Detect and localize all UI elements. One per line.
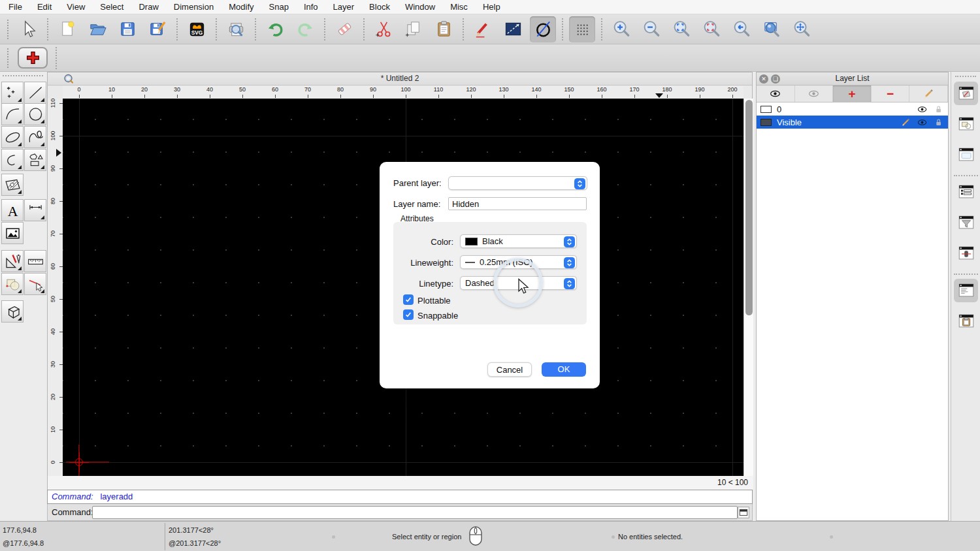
dock-block-list-button[interactable] [954, 112, 978, 136]
layer-name-field[interactable] [448, 197, 587, 210]
svg-export-button[interactable]: SVG [184, 16, 210, 42]
scrollbar-thumb[interactable] [745, 100, 753, 315]
tool-polygon-button[interactable] [24, 149, 46, 171]
line-rectangle-button[interactable] [500, 16, 526, 42]
new-document-button[interactable] [54, 16, 80, 42]
tool-box-3d-button[interactable] [1, 300, 24, 323]
tool-points-button[interactable] [1, 82, 24, 104]
dock-library-browser-button[interactable] [954, 143, 978, 166]
menu-file[interactable]: File [8, 2, 22, 12]
undo-button[interactable] [262, 16, 288, 42]
menu-view[interactable]: View [67, 2, 85, 12]
layer-panel-titlebar[interactable]: ✕ ❏ Layer List [757, 72, 948, 86]
parent-layer-dropdown[interactable] [448, 176, 587, 190]
tool-polyline-button[interactable] [1, 149, 24, 171]
eraser-button[interactable] [331, 16, 357, 42]
dock-entity-list-button[interactable] [954, 180, 978, 204]
document-titlebar[interactable]: * Untitled 2 [48, 72, 752, 86]
menu-info[interactable]: Info [304, 2, 318, 12]
tool-line-button[interactable] [24, 82, 46, 104]
hide-all-layers-button[interactable] [795, 86, 834, 102]
edit-pencil-icon[interactable] [900, 117, 911, 128]
save-button[interactable] [114, 16, 140, 42]
remove-layer-button[interactable]: − [872, 86, 910, 102]
horizontal-scrollbar-area[interactable]: 10 < 100 [48, 476, 753, 490]
paste-button[interactable] [431, 16, 457, 42]
menu-help[interactable]: Help [483, 2, 500, 12]
dock-command-widget-button[interactable] [954, 279, 978, 302]
zoom-auto-button[interactable] [668, 16, 694, 42]
layer-row-0[interactable]: 0 [757, 102, 948, 116]
command-detach-button[interactable] [738, 507, 749, 518]
open-file-button[interactable] [84, 16, 110, 42]
mouse-cursor [516, 278, 532, 295]
dock-clipboard-button[interactable] [954, 309, 978, 333]
color-dropdown[interactable]: Black [460, 234, 577, 248]
menu-layer[interactable]: Layer [333, 2, 355, 12]
tool-cad-tools-button[interactable] [1, 250, 24, 272]
tool-hatch-button[interactable] [1, 174, 24, 196]
tool-arc-button[interactable] [1, 103, 24, 125]
zoom-pan-button[interactable] [789, 16, 815, 42]
tool-modify-button[interactable] [1, 273, 24, 295]
menu-draw[interactable]: Draw [139, 2, 158, 12]
layer-visibility-icon[interactable] [917, 104, 928, 115]
svg-export-icon: SVG [187, 19, 207, 39]
menu-modify[interactable]: Modify [229, 2, 253, 12]
plottable-checkbox[interactable] [403, 294, 414, 305]
layer-lock-icon[interactable] [933, 104, 944, 115]
menu-misc[interactable]: Misc [450, 2, 468, 12]
tool-measure-button[interactable] [24, 250, 46, 272]
layer-lock-icon[interactable] [933, 117, 944, 128]
save-as-button[interactable] [144, 16, 171, 42]
menu-snap[interactable]: Snap [269, 2, 289, 12]
tool-explode-button[interactable] [24, 273, 46, 295]
grid-status: 10 < 100 [717, 478, 748, 487]
vertical-scrollbar[interactable] [743, 99, 753, 476]
draw-pen-button[interactable] [470, 16, 496, 42]
tool-circle-button[interactable] [24, 103, 46, 125]
menu-block[interactable]: Block [369, 2, 390, 12]
print-preview-button[interactable] [223, 16, 249, 42]
copy-button[interactable] [400, 16, 427, 42]
menu-dimension[interactable]: Dimension [174, 2, 214, 12]
layer-visibility-icon[interactable] [917, 117, 928, 128]
color-value: Black [482, 236, 503, 246]
dock-filter-button[interactable] [954, 211, 978, 234]
command-input[interactable] [92, 506, 738, 519]
tool-ellipse-button[interactable] [1, 126, 24, 148]
menu-window[interactable]: Window [405, 2, 435, 12]
grid-snap-button[interactable] [569, 16, 595, 42]
dock-layer-list-button[interactable] [954, 82, 978, 105]
dock-pen-toolbar-button[interactable] [954, 242, 978, 265]
tool-image-button[interactable] [1, 222, 24, 244]
tool-spline-button[interactable] [24, 126, 46, 148]
zoom-select-button[interactable] [698, 16, 725, 42]
cut-button[interactable] [370, 16, 397, 42]
redo-button[interactable] [292, 16, 318, 42]
tool-dimension-button[interactable] [24, 199, 46, 221]
cursor-button[interactable] [15, 16, 41, 42]
ruler-tick [275, 95, 276, 98]
ruler-label: 100 [400, 86, 410, 93]
edit-layer-button[interactable] [909, 86, 948, 102]
zoom-in-button[interactable] [608, 16, 634, 42]
menu-edit[interactable]: Edit [37, 2, 52, 12]
zoom-window-button[interactable] [759, 16, 785, 42]
zoom-out-button[interactable] [638, 16, 664, 42]
add-layer-button[interactable]: + [833, 86, 872, 102]
cancel-button[interactable]: Cancel [487, 362, 532, 377]
add-button[interactable] [18, 47, 48, 69]
zoom-previous-button[interactable] [728, 16, 755, 42]
plus-icon [24, 49, 42, 67]
snappable-checkbox[interactable] [403, 309, 414, 320]
menu-select[interactable]: Select [100, 2, 123, 12]
circle-slash-button[interactable] [530, 16, 556, 42]
tool-palette: A [0, 72, 47, 521]
ruler-tick [79, 95, 80, 98]
ok-button[interactable]: OK [542, 362, 586, 377]
ruler-label: 60 [48, 262, 57, 271]
show-all-layers-button[interactable] [757, 86, 795, 102]
tool-text-button[interactable]: A [1, 199, 24, 221]
layer-row-visible[interactable]: Visible [757, 116, 948, 129]
